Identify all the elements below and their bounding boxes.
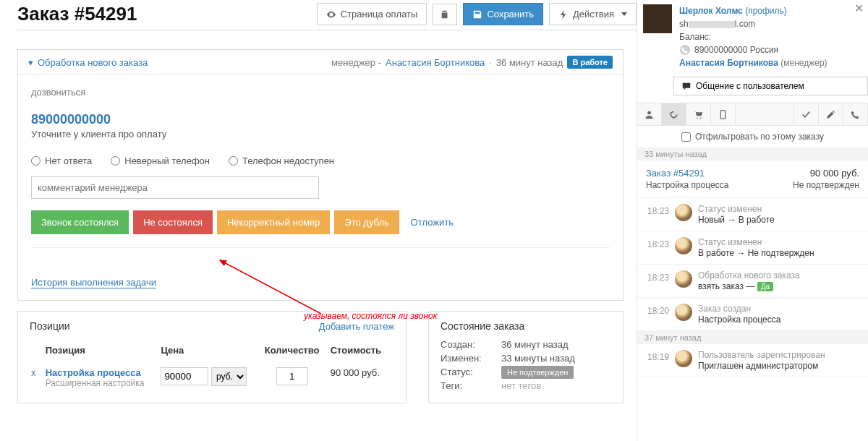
feed-time: 18:23: [644, 270, 669, 291]
remove-item[interactable]: x: [31, 367, 36, 378]
filter-checkbox[interactable]: [681, 132, 691, 142]
feed-amount: 90 000 руб.: [810, 168, 859, 179]
annotation-text: указываем, состоялся ли звонок: [304, 311, 437, 321]
time-ago: 36 минут назад: [496, 57, 563, 68]
pay-page-button[interactable]: Страница оплаты: [317, 3, 427, 25]
order-status-badge: Не подтвержден: [501, 366, 574, 379]
bad-number-button[interactable]: Некорректный номер: [217, 210, 330, 234]
feed-body: Настройка процесса: [698, 314, 780, 325]
col-qty: Количество: [263, 341, 329, 361]
phone-icon: [679, 44, 691, 56]
feed-time: 18:23: [644, 204, 669, 225]
price-input[interactable]: [161, 367, 208, 385]
page-title: Заказ #54291: [17, 3, 311, 25]
col-price: Цена: [161, 341, 260, 361]
activity-feed: 33 минуты назад Заказ #5429190 000 руб. …: [637, 147, 868, 441]
tab-user[interactable]: [637, 103, 662, 125]
feed-item: 18:23Статус измененНовый → В работе: [637, 198, 868, 231]
manager-link[interactable]: Анастасия Бортникова: [386, 57, 485, 68]
copy-icon: [440, 9, 450, 20]
feed-body: Новый → В работе: [698, 215, 775, 225]
feed-body: взять заказ — Да: [698, 281, 800, 291]
add-payment-link[interactable]: Добавить платеж: [319, 321, 394, 332]
task-history-link[interactable]: История выполнения задачи: [31, 277, 156, 288]
radio-no-answer[interactable]: Нет ответа: [31, 155, 92, 166]
phone-note: Уточните у клиента про оплату: [31, 129, 610, 140]
postpone-link[interactable]: Отложить: [411, 217, 454, 228]
eye-icon: [326, 9, 336, 20]
feed-item: 18:23Обработка нового заказавзять заказ …: [637, 265, 868, 298]
feed-item: 18:20Заказ созданНастройка процесса: [637, 298, 868, 331]
col-position: Позиция: [46, 341, 160, 361]
feed-body: В работе → Не подтвержден: [698, 248, 814, 258]
svg-line-0: [220, 260, 321, 314]
svg-point-1: [680, 45, 690, 55]
feed-heading: Обработка нового заказа: [698, 270, 800, 281]
copy-button[interactable]: [433, 4, 457, 25]
profile-manager-link[interactable]: Анастасия Бортникова: [679, 58, 778, 68]
call-not-done-button[interactable]: Не состоялся: [133, 210, 213, 234]
call-done-button[interactable]: Звонок состоялся: [31, 210, 129, 234]
currency-select[interactable]: руб.: [211, 367, 247, 386]
feed-body: Приглашен администратором: [698, 361, 825, 371]
time-separator: 33 минуты назад: [637, 147, 868, 160]
bolt-icon: [558, 9, 569, 20]
radio-unavailable[interactable]: Телефон недоступен: [229, 155, 334, 166]
feed-item: 18:19Пользователь зарегистрированПриглаш…: [637, 344, 868, 377]
svg-rect-2: [720, 110, 726, 118]
feed-avatar: [675, 270, 692, 288]
tab-device[interactable]: [711, 103, 736, 125]
feed-heading: Пользователь зарегистрирован: [698, 350, 825, 360]
chat-button[interactable]: Общение с пользователем: [673, 77, 868, 95]
avatar: [643, 4, 672, 33]
col-cost: Стоимость: [331, 341, 393, 361]
customer-phone: 89000000000: [31, 112, 610, 127]
duplicate-button[interactable]: Это дубль: [334, 210, 399, 234]
positions-title: Позиции: [30, 320, 70, 332]
feed-heading: Заказ создан: [698, 304, 780, 314]
feed-time: 18:23: [644, 237, 669, 258]
feed-heading: Статус изменен: [698, 237, 814, 247]
table-row: x Настройка процесса Расширенная настрой…: [31, 363, 393, 393]
item-cost: 90 000 руб.: [331, 363, 393, 393]
feed-avatar: [675, 204, 692, 221]
feed-avatar: [675, 237, 692, 254]
time-separator: 37 минут назад: [637, 331, 868, 344]
item-subtitle: Расширенная настройка: [46, 378, 153, 388]
feed-item: 18:23Статус измененВ работе → Не подтвер…: [637, 231, 868, 265]
feed-time: 18:19: [644, 350, 669, 371]
close-icon[interactable]: ✕: [854, 1, 864, 15]
task-label: дозвониться: [31, 87, 610, 98]
profile-name-link[interactable]: Шерлок Холмс: [679, 6, 743, 16]
item-name[interactable]: Настройка процесса: [46, 367, 153, 378]
feed-avatar: [675, 350, 692, 367]
panel-toggle[interactable]: Обработка нового заказа: [28, 57, 148, 68]
sidebar: Шерлок Холмс (профиль) shl.com Баланс: 8…: [637, 0, 868, 441]
status-badge: В работе: [567, 56, 613, 69]
filter-label: Отфильтровать по этому заказу: [695, 132, 824, 142]
title-bar: Заказ #54291 Страница оплаты Сохранить Д…: [17, 0, 637, 30]
feed-time: 18:20: [644, 304, 669, 325]
manager-comment-input[interactable]: [31, 176, 319, 199]
tab-edit[interactable]: [819, 103, 843, 125]
chat-icon: [681, 81, 692, 91]
feed-order-link[interactable]: Заказ #54291: [646, 168, 705, 179]
profile-email: shl.com: [679, 17, 827, 30]
radio-bad-phone[interactable]: Неверный телефон: [111, 155, 210, 166]
sidebar-tabs: [637, 103, 868, 126]
call-result-radios: Нет ответа Неверный телефон Телефон недо…: [31, 155, 610, 166]
tab-check[interactable]: [794, 103, 819, 125]
tab-cart[interactable]: [686, 103, 711, 125]
save-button[interactable]: Сохранить: [463, 3, 543, 25]
save-icon: [472, 9, 482, 20]
profile-phone: 89000000000 Россия: [694, 43, 778, 56]
feed-avatar: [675, 304, 692, 321]
qty-input[interactable]: [276, 367, 308, 385]
order-state-title: Состояние заказа: [441, 320, 524, 332]
feed-heading: Статус изменен: [698, 204, 775, 214]
actions-dropdown[interactable]: Действия: [549, 3, 637, 25]
tab-call[interactable]: [843, 103, 868, 125]
tab-history[interactable]: [662, 103, 686, 125]
balance-label: Баланс:: [679, 30, 827, 43]
caret-down-icon: [621, 12, 627, 16]
